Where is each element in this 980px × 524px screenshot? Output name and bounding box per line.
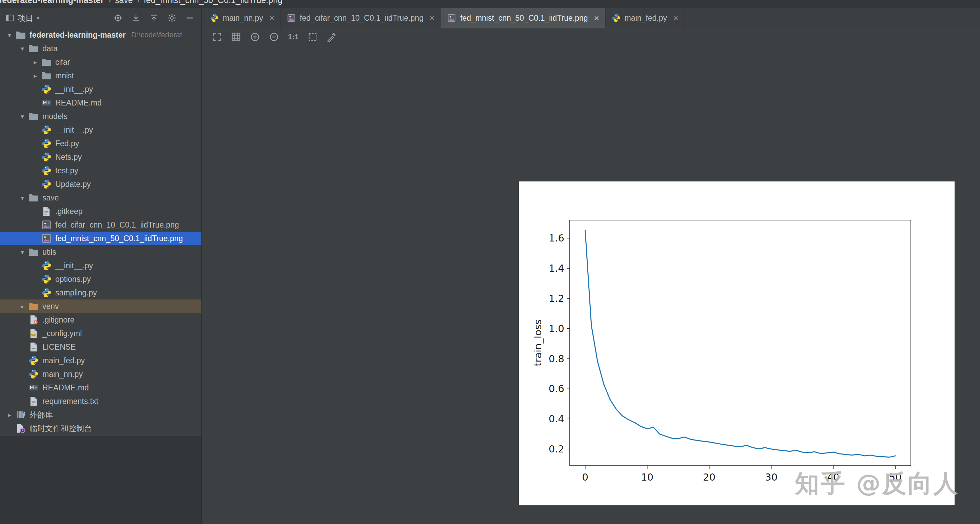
locate-icon[interactable] bbox=[113, 13, 123, 23]
image-icon bbox=[447, 14, 456, 22]
tree-item-label: __init__.py bbox=[55, 85, 93, 94]
tree-item[interactable]: test.py bbox=[0, 164, 201, 177]
tree-item[interactable]: README.md bbox=[0, 381, 201, 395]
tree-item[interactable]: ▸venv bbox=[0, 299, 201, 313]
expand-all-icon[interactable] bbox=[131, 13, 141, 23]
tree-item[interactable]: requirements.txt bbox=[0, 395, 201, 408]
tab-close-icon[interactable]: × bbox=[594, 14, 599, 22]
scratches-icon bbox=[16, 423, 26, 433]
tree-item-label: Update.py bbox=[55, 180, 91, 189]
tree-item-label: __init__.py bbox=[55, 126, 93, 135]
python-icon bbox=[41, 260, 51, 271]
breadcrumb-separator-icon: › bbox=[137, 0, 140, 5]
python-icon bbox=[41, 166, 51, 176]
editor-tabs: main_nn.py×fed_cifar_cnn_10_C0.1_iidTrue… bbox=[202, 8, 980, 28]
tree-item[interactable]: __init__.py bbox=[0, 83, 201, 96]
tree-item[interactable]: __init__.py bbox=[0, 259, 201, 272]
tree-item[interactable]: ▾federated-learning-masterD:\code\federa… bbox=[0, 28, 201, 42]
actual-size-icon[interactable] bbox=[307, 32, 318, 42]
tree-item[interactable]: 临时文件和控制台 bbox=[0, 422, 201, 435]
tree-item-label: fed_mnist_cnn_50_C0.1_iidTrue.png bbox=[55, 234, 183, 243]
tree-item[interactable]: Update.py bbox=[0, 177, 201, 191]
color-picker-icon[interactable] bbox=[326, 32, 337, 42]
settings-gear-icon[interactable] bbox=[167, 13, 177, 23]
editor-tab[interactable]: fed_cifar_cnn_10_C0.1_iidTrue.png× bbox=[281, 8, 441, 28]
breadcrumb-item[interactable]: federated-learning-master bbox=[0, 0, 104, 5]
svg-text:0.8: 0.8 bbox=[549, 353, 564, 365]
tree-item-label: LICENSE bbox=[42, 342, 76, 352]
tree-item[interactable]: fed_mnist_cnn_50_C0.1_iidTrue.png bbox=[0, 232, 201, 245]
editor-tab[interactable]: fed_mnist_cnn_50_C0.1_iidTrue.png× bbox=[441, 8, 606, 28]
tree-expand-arrow-icon[interactable]: ▾ bbox=[3, 31, 16, 39]
grid-icon[interactable] bbox=[231, 32, 241, 42]
tree-item[interactable]: ▸外部库 bbox=[0, 408, 201, 422]
tree-item-label: sampling.py bbox=[55, 288, 97, 298]
tree-item[interactable]: main_nn.py bbox=[0, 367, 201, 381]
tree-item[interactable]: .gitkeep bbox=[0, 204, 201, 218]
project-panel-bottom-area bbox=[0, 436, 201, 524]
tree-item[interactable]: Fed.py bbox=[0, 137, 201, 150]
svg-text:0.6: 0.6 bbox=[549, 383, 564, 395]
breadcrumb-item[interactable]: fed_mnist_cnn_50_C0.1_iidTrue.png bbox=[144, 0, 282, 5]
tree-item[interactable]: .gitignore bbox=[0, 313, 201, 327]
tree-item[interactable]: main_fed.py bbox=[0, 354, 201, 367]
tree-item[interactable]: ▾save bbox=[0, 191, 201, 204]
tree-item[interactable]: options.py bbox=[0, 272, 201, 286]
tree-expand-arrow-icon[interactable]: ▸ bbox=[29, 72, 41, 80]
editor-tab[interactable]: main_nn.py× bbox=[204, 8, 281, 28]
folder-icon bbox=[41, 70, 51, 81]
tree-expand-arrow-icon[interactable]: ▾ bbox=[16, 45, 29, 53]
tree-item[interactable]: fed_cifar_cnn_10_C0.1_iidTrue.png bbox=[0, 218, 201, 232]
tree-item-label: __init__.py bbox=[55, 261, 93, 270]
tree-expand-arrow-icon[interactable]: ▾ bbox=[16, 113, 29, 120]
tab-close-icon[interactable]: × bbox=[673, 14, 678, 22]
tree-item-label: models bbox=[42, 112, 67, 121]
tree-item-label: README.md bbox=[42, 383, 89, 392]
python-icon bbox=[210, 14, 219, 22]
tree-item[interactable]: sampling.py bbox=[0, 286, 201, 299]
tab-close-icon[interactable]: × bbox=[269, 14, 274, 22]
tree-item[interactable]: ▾utils bbox=[0, 245, 201, 259]
zoom-out-icon[interactable] bbox=[269, 32, 279, 42]
svg-text:1.6: 1.6 bbox=[549, 233, 564, 244]
zoom-in-icon[interactable] bbox=[250, 32, 260, 42]
zoom-ratio-label[interactable]: 1:1 bbox=[288, 33, 299, 41]
panel-editor-separator[interactable] bbox=[201, 8, 202, 524]
tree-expand-arrow-icon[interactable]: ▾ bbox=[16, 194, 29, 202]
project-tree: ▾federated-learning-masterD:\code\federa… bbox=[0, 28, 201, 436]
tree-expand-arrow-icon[interactable]: ▾ bbox=[16, 248, 29, 256]
python-icon bbox=[41, 152, 51, 162]
svg-text:YML: YML bbox=[30, 333, 37, 337]
hide-icon[interactable] bbox=[185, 13, 195, 23]
tree-item[interactable]: Nets.py bbox=[0, 150, 201, 164]
tree-item-label: federated-learning-master bbox=[30, 30, 126, 40]
project-tool-window-button[interactable]: 项目 ▾ bbox=[0, 13, 40, 23]
tree-item-label: venv bbox=[42, 302, 59, 311]
tree-item[interactable]: YML_config.yml bbox=[0, 327, 201, 340]
tree-item[interactable]: ▾data bbox=[0, 42, 201, 55]
breadcrumb-item[interactable]: save bbox=[115, 0, 133, 5]
tree-expand-arrow-icon[interactable]: ▸ bbox=[29, 58, 41, 66]
tree-item-label: 外部库 bbox=[30, 410, 53, 420]
tree-item[interactable]: ▸cifar bbox=[0, 55, 201, 69]
tree-expand-arrow-icon[interactable]: ▸ bbox=[16, 303, 29, 311]
tree-item[interactable]: README.md bbox=[0, 96, 201, 110]
python-icon bbox=[41, 274, 51, 284]
tab-close-icon[interactable]: × bbox=[430, 14, 435, 22]
tree-item[interactable]: __init__.py bbox=[0, 123, 201, 137]
svg-text:0: 0 bbox=[582, 471, 588, 483]
image-toolbar: 1:1 bbox=[202, 28, 980, 46]
tree-item-label: Fed.py bbox=[55, 139, 79, 148]
editor-tab[interactable]: main_fed.py× bbox=[606, 8, 685, 28]
tree-item[interactable]: ▸mnist bbox=[0, 69, 201, 83]
fit-to-window-icon[interactable] bbox=[212, 32, 222, 42]
tree-item[interactable]: ▾models bbox=[0, 110, 201, 123]
tree-item[interactable]: LICENSE bbox=[0, 340, 201, 354]
tab-label: main_nn.py bbox=[223, 14, 263, 23]
svg-text:0.4: 0.4 bbox=[549, 413, 564, 425]
markdown-icon bbox=[41, 98, 51, 108]
tree-expand-arrow-icon[interactable]: ▸ bbox=[3, 411, 16, 419]
tab-label: fed_mnist_cnn_50_C0.1_iidTrue.png bbox=[460, 14, 588, 23]
watermark: 知乎 @反向人 bbox=[795, 467, 959, 500]
collapse-all-icon[interactable] bbox=[149, 13, 159, 23]
